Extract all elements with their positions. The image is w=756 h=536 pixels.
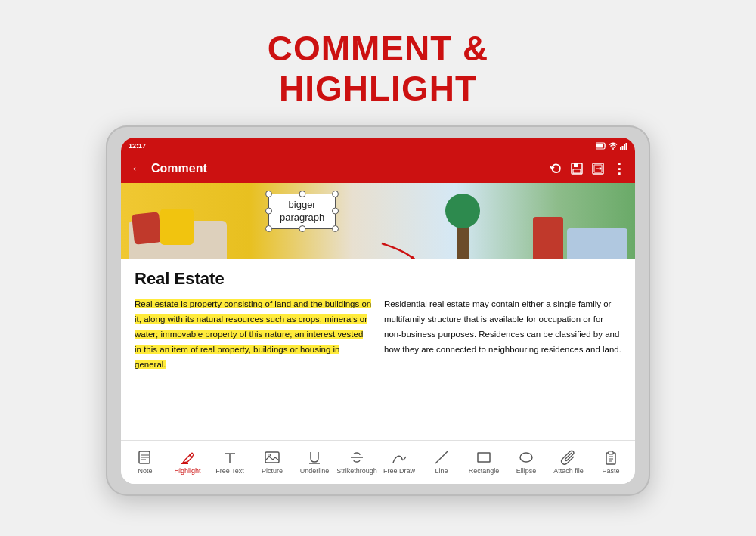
toolbar-item-free-text[interactable]: Free Text (209, 449, 250, 475)
document-left-column: Real estate is property consisting of la… (135, 296, 372, 372)
picture-label: Picture (262, 467, 283, 475)
document-columns: Real estate is property consisting of la… (135, 296, 621, 372)
document-title: Real Estate (135, 269, 621, 289)
status-bar: 12:17 (121, 138, 635, 154)
rectangle-icon (476, 449, 492, 466)
toolbar-item-line[interactable]: Line (421, 449, 462, 475)
toolbar-item-attach-file[interactable]: Attach file (548, 449, 589, 475)
svg-rect-26 (609, 451, 613, 454)
svg-rect-2 (596, 144, 603, 147)
line-label: Line (435, 467, 448, 475)
attach-file-icon (560, 449, 577, 466)
highlight-label: Highlight (174, 467, 200, 475)
handle-ml[interactable] (265, 208, 272, 215)
sofa-right (567, 228, 627, 259)
title-line1: COMMENT & (268, 29, 489, 69)
svg-rect-5 (622, 146, 624, 150)
toolbar-item-highlight[interactable]: Highlight (167, 449, 208, 475)
rectangle-label: Rectangle (469, 467, 500, 475)
overflow-menu[interactable]: ⋮ (612, 160, 626, 177)
note-label: Note (138, 467, 152, 475)
comment-text-line1: bigger (280, 198, 324, 212)
wifi-icon (609, 142, 618, 150)
tablet-screen: 12:17 (121, 138, 635, 484)
svg-rect-6 (624, 144, 625, 150)
app-bar-left: ← Comment (130, 160, 207, 177)
svg-line-22 (435, 451, 448, 463)
tablet-device: 12:17 (106, 125, 650, 496)
document-right-column: Residential real estate may contain eith… (384, 296, 621, 372)
handle-mr[interactable] (332, 208, 339, 215)
svg-point-3 (612, 148, 614, 150)
app-bar-actions: ⋮ (549, 160, 626, 177)
toolbar-item-picture[interactable]: Picture (252, 449, 293, 475)
picture-icon (264, 449, 280, 466)
handle-bl[interactable] (265, 225, 272, 232)
bottom-toolbar: Note Highlight Free Text (121, 440, 635, 484)
ellipse-icon (518, 449, 534, 466)
svg-rect-18 (265, 452, 279, 463)
comment-text-line2: paragraph (280, 211, 324, 225)
toolbar-item-strikethrough[interactable]: Strikethrough (336, 449, 377, 475)
svg-rect-10 (573, 169, 581, 173)
page-title: COMMENT & HIGHLIGHT (268, 29, 489, 109)
attach-file-label: Attach file (553, 467, 584, 475)
svg-point-19 (268, 454, 271, 457)
ellipse-label: Ellipse (516, 467, 537, 475)
svg-point-24 (520, 453, 532, 462)
free-draw-label: Free Draw (383, 467, 415, 475)
note-icon (137, 449, 153, 466)
svg-rect-4 (620, 147, 621, 150)
undo-icon[interactable] (549, 162, 562, 175)
svg-rect-23 (478, 453, 490, 462)
underline-label: Underline (300, 467, 330, 475)
highlight-icon (179, 449, 196, 466)
free-text-label: Free Text (215, 467, 243, 475)
app-bar: ← Comment ⋮ (121, 154, 635, 183)
battery-icon (596, 142, 606, 150)
status-time: 12:17 (129, 142, 146, 150)
underline-icon (306, 449, 323, 466)
app-bar-title: Comment (151, 162, 207, 175)
toolbar-item-note[interactable]: Note (125, 449, 166, 475)
document-image-area: bigger paragraph (121, 183, 635, 259)
chair-right (533, 217, 563, 259)
back-button[interactable]: ← (130, 160, 145, 177)
strikethrough-label: Strikethrough (336, 467, 377, 475)
plant-leaves (445, 194, 480, 228)
highlighted-paragraph: Real estate is property consisting of la… (135, 299, 371, 369)
svg-rect-7 (626, 143, 627, 150)
save-icon[interactable] (570, 162, 584, 175)
handle-tl[interactable] (265, 191, 272, 197)
handle-bm[interactable] (299, 225, 305, 232)
title-line2: HIGHLIGHT (268, 69, 489, 109)
free-draw-icon (391, 449, 407, 466)
comment-popup[interactable]: bigger paragraph (268, 194, 336, 229)
toolbar-item-ellipse[interactable]: Ellipse (506, 449, 547, 475)
right-paragraph: Residential real estate may contain eith… (384, 299, 621, 354)
toolbar-item-underline[interactable]: Underline (294, 449, 335, 475)
svg-rect-9 (574, 163, 578, 167)
document-body: Real Estate Real estate is property cons… (121, 259, 635, 440)
share-icon[interactable] (591, 162, 605, 175)
signal-icon (620, 142, 627, 150)
svg-rect-1 (606, 144, 607, 147)
paste-icon (603, 449, 619, 466)
comment-arrow (344, 198, 435, 259)
line-icon (433, 449, 450, 466)
paste-label: Paste (602, 467, 619, 475)
status-icons (596, 142, 627, 150)
toolbar-item-rectangle[interactable]: Rectangle (463, 449, 504, 475)
handle-tm[interactable] (299, 191, 305, 197)
strikethrough-icon (349, 449, 365, 466)
toolbar-item-free-draw[interactable]: Free Draw (379, 449, 420, 475)
handle-tr[interactable] (332, 191, 339, 197)
cushion-yellow (160, 209, 194, 245)
toolbar-item-paste[interactable]: Paste (590, 449, 631, 475)
free-text-icon (222, 449, 238, 466)
cushion-red (132, 212, 162, 245)
